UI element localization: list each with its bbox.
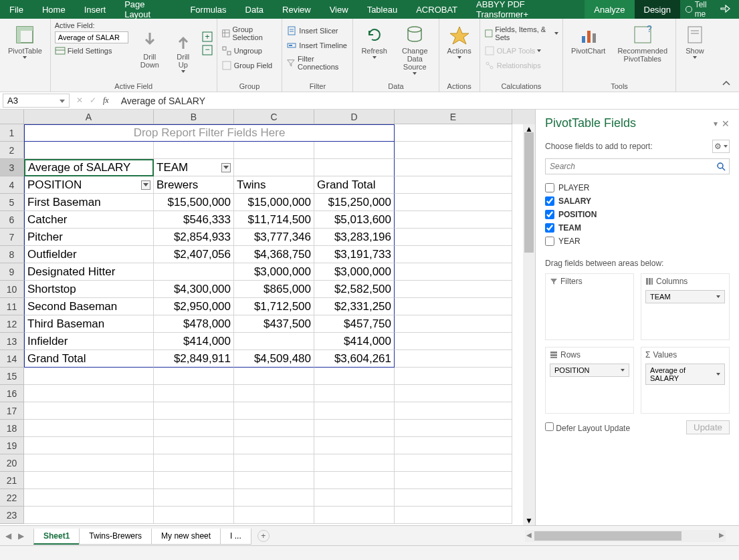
cell-c6[interactable]: $11,714,500 <box>234 211 314 229</box>
cell[interactable] <box>314 368 395 385</box>
insert-timeline-button[interactable]: Insert Timeline <box>286 40 347 51</box>
col-header-b[interactable]: B <box>154 110 234 124</box>
cell-a6[interactable]: Catcher <box>24 211 154 229</box>
cell[interactable] <box>234 420 314 437</box>
fields-search-input[interactable] <box>545 158 730 174</box>
row-header-7[interactable]: 7 <box>0 229 24 246</box>
cell[interactable] <box>314 472 395 489</box>
row-header-17[interactable]: 17 <box>0 402 24 420</box>
row-header-15[interactable]: 15 <box>0 368 24 385</box>
col-header-d[interactable]: D <box>314 110 395 124</box>
row-header-12[interactable]: 12 <box>0 315 24 333</box>
cell-d7[interactable]: $3,283,196 <box>314 229 395 246</box>
drill-down-button[interactable]: Drill Down <box>135 27 165 72</box>
cell-a14[interactable]: Grand Total <box>24 350 154 368</box>
cell[interactable] <box>314 420 395 437</box>
tab-review[interactable]: Review <box>273 0 320 19</box>
row-header-9[interactable]: 9 <box>0 263 24 281</box>
active-field-input[interactable] <box>55 31 128 43</box>
cell[interactable] <box>395 159 512 176</box>
pivot-chart-button[interactable]: PivotChart <box>567 21 609 57</box>
row-header-3[interactable]: 3 <box>0 159 24 176</box>
cell[interactable] <box>395 298 512 315</box>
cell-a11[interactable]: Second Baseman <box>24 298 154 315</box>
fields-settings-icon[interactable] <box>712 140 730 153</box>
drill-up-button[interactable]: Drill Up <box>169 27 198 76</box>
cell-c11[interactable]: $1,712,500 <box>234 298 314 315</box>
update-button[interactable]: Update <box>686 420 730 434</box>
cell[interactable] <box>395 472 512 489</box>
vertical-scrollbar[interactable]: ▲ ▼ <box>523 124 535 525</box>
cell[interactable] <box>154 472 234 489</box>
cell-a13[interactable]: Infielder <box>24 333 154 350</box>
group-field-button[interactable]: Group Field <box>221 60 272 71</box>
values-area[interactable]: ΣValues Average of SALARY <box>641 347 730 414</box>
tab-view[interactable]: View <box>320 0 358 19</box>
show-button[interactable]: Show <box>680 21 710 61</box>
sheet-tab-twins-brewers[interactable]: Twins-Brewers <box>79 529 152 545</box>
cell[interactable] <box>395 246 512 263</box>
cell-d12[interactable]: $457,750 <box>314 315 395 333</box>
cell-a7[interactable]: Pitcher <box>24 229 154 246</box>
refresh-button[interactable]: Refresh <box>357 21 391 61</box>
row-header-22[interactable]: 22 <box>0 489 24 507</box>
cell-c7[interactable]: $3,777,346 <box>234 229 314 246</box>
cell[interactable] <box>395 350 512 368</box>
cell-a8[interactable]: Outfielder <box>24 246 154 263</box>
share-icon[interactable] <box>719 3 731 17</box>
pivot-table-button[interactable]: PivotTable <box>4 21 46 61</box>
change-data-source-button[interactable]: Change Data Source <box>395 21 435 78</box>
col-header-a[interactable]: A <box>24 110 154 124</box>
field-team[interactable]: TEAM <box>545 221 730 235</box>
row-header-8[interactable]: 8 <box>0 246 24 263</box>
tab-tableau[interactable]: Tableau <box>358 0 407 19</box>
values-pill-salary[interactable]: Average of SALARY <box>645 364 725 385</box>
sheet-nav-next-icon[interactable]: ▶ <box>18 531 24 541</box>
row-header-16[interactable]: 16 <box>0 385 24 402</box>
cell-b12[interactable]: $478,000 <box>154 315 234 333</box>
cell[interactable] <box>395 489 512 507</box>
tab-design[interactable]: Design <box>635 0 680 19</box>
tab-home[interactable]: Home <box>33 0 75 19</box>
fx-icon[interactable]: fx <box>103 96 109 106</box>
cell-b11[interactable]: $2,950,000 <box>154 298 234 315</box>
cell[interactable] <box>395 142 512 159</box>
cell-d4[interactable]: Grand Total <box>314 176 395 194</box>
cell[interactable] <box>24 507 154 524</box>
cell[interactable] <box>154 437 234 454</box>
cell[interactable] <box>395 385 512 402</box>
cell-c13[interactable] <box>234 333 314 350</box>
cell-a9[interactable]: Designated Hitter <box>24 263 154 281</box>
cell-c14[interactable]: $4,509,480 <box>234 350 314 368</box>
row-header-23[interactable]: 23 <box>0 507 24 524</box>
cell[interactable] <box>395 194 512 211</box>
cell-b3[interactable]: TEAM <box>154 159 234 176</box>
tab-page-layout[interactable]: Page Layout <box>115 0 181 19</box>
cancel-formula-icon[interactable]: ✕ <box>76 96 83 106</box>
cell[interactable] <box>395 507 512 524</box>
group-selection-button[interactable]: Group Selection <box>221 25 278 41</box>
row-header-5[interactable]: 5 <box>0 194 24 211</box>
field-player[interactable]: PLAYER <box>545 181 730 194</box>
cell[interactable] <box>314 402 395 420</box>
cell-d6[interactable]: $5,013,600 <box>314 211 395 229</box>
cell-c8[interactable]: $4,368,750 <box>234 246 314 263</box>
field-settings-button[interactable]: Field Settings <box>55 45 112 56</box>
field-salary[interactable]: SALARY <box>545 194 730 208</box>
columns-area[interactable]: Columns TEAM <box>641 273 730 340</box>
cell[interactable] <box>395 420 512 437</box>
cell-d8[interactable]: $3,191,733 <box>314 246 395 263</box>
actions-button[interactable]: Actions <box>443 21 476 61</box>
defer-layout-checkbox[interactable]: Defer Layout Update <box>545 422 630 433</box>
cell[interactable] <box>24 472 154 489</box>
cell[interactable] <box>395 402 512 420</box>
cell[interactable] <box>234 507 314 524</box>
cell[interactable] <box>154 489 234 507</box>
cell[interactable] <box>24 489 154 507</box>
cell-c9[interactable]: $3,000,000 <box>234 263 314 281</box>
filter-connections-button[interactable]: Filter Connections <box>286 55 348 71</box>
cell[interactable] <box>234 368 314 385</box>
cell[interactable] <box>395 368 512 385</box>
col-header-c[interactable]: C <box>234 110 314 124</box>
cell-a3[interactable]: Average of SALARY <box>24 159 154 176</box>
